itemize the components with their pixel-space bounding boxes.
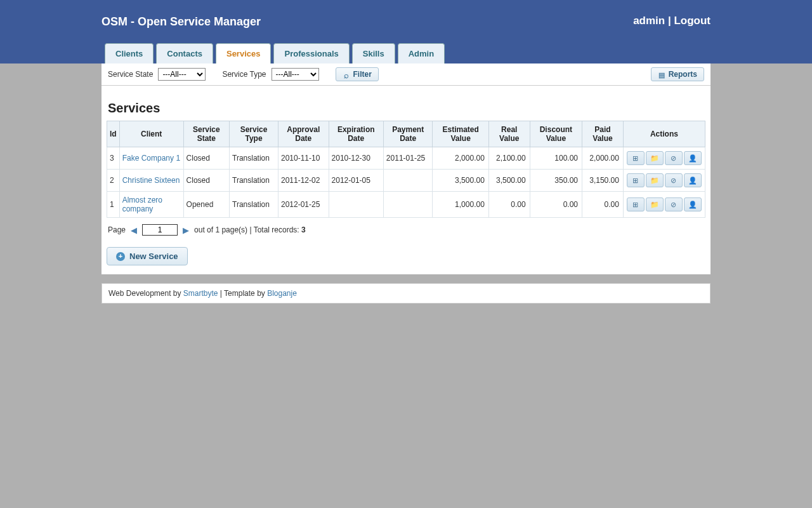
table-body: 3Fake Company 1ClosedTranslation2010-11-… (107, 147, 705, 218)
cell-type: Translation (230, 170, 278, 192)
footer-link-smartbyte[interactable]: Smartbyte (183, 289, 218, 298)
cell-expiration: 2012-01-05 (329, 170, 383, 192)
col-header[interactable]: Estimated Value (433, 121, 488, 147)
page-title: Services (108, 101, 705, 116)
pager-prev-icon[interactable]: ◀ (131, 225, 137, 235)
folder-icon[interactable]: 📁 (646, 197, 664, 211)
service-type-label: Service Type (222, 70, 266, 79)
cell-actions: ⊞📁⊘👤 (623, 147, 705, 170)
cell-type: Translation (230, 192, 278, 218)
cell-state: Opened (183, 192, 229, 218)
service-state-select[interactable]: ---All--- (158, 68, 206, 81)
cell-real: 0.00 (488, 192, 530, 218)
logout-link[interactable]: Logout (674, 15, 710, 27)
cell-expiration (329, 192, 383, 218)
cell-payment: 2011-01-25 (383, 147, 433, 170)
col-header[interactable]: Client (119, 121, 183, 147)
folder-icon[interactable]: 📁 (646, 173, 664, 187)
cell-id: 3 (107, 147, 120, 170)
pager-next-icon[interactable]: ▶ (183, 225, 189, 235)
table-header-row: IdClientService StateService TypeApprova… (107, 121, 705, 147)
cell-real: 2,100.00 (488, 147, 530, 170)
cell-approval: 2012-01-25 (278, 192, 329, 218)
reports-button[interactable]: Reports (651, 67, 704, 81)
cell-approval: 2011-12-02 (278, 170, 329, 192)
cell-id: 1 (107, 192, 120, 218)
filter-bar: Service State ---All--- Service Type ---… (102, 64, 710, 86)
col-header[interactable]: Paid Value (582, 121, 624, 147)
cell-estimated: 1,000.00 (433, 192, 488, 218)
col-header[interactable]: Approval Date (278, 121, 329, 147)
cell-discount: 100.00 (530, 147, 582, 170)
grid-icon[interactable]: ⊞ (627, 197, 645, 211)
cancel-icon[interactable]: ⊘ (665, 151, 683, 165)
filter-button[interactable]: Filter (336, 67, 379, 81)
cell-actions: ⊞📁⊘👤 (623, 192, 705, 218)
app-title: OSM - Open Service Manager (102, 15, 261, 29)
col-header[interactable]: Payment Date (383, 121, 433, 147)
grid-icon[interactable]: ⊞ (627, 173, 645, 187)
cell-actions: ⊞📁⊘👤 (623, 170, 705, 192)
col-header[interactable]: Service Type (230, 121, 278, 147)
cell-estimated: 3,500.00 (433, 170, 488, 192)
cell-real: 3,500.00 (488, 170, 530, 192)
folder-icon[interactable]: 📁 (646, 151, 664, 165)
person-icon[interactable]: 👤 (684, 197, 702, 211)
table-row: 1Almost zero companyOpenedTranslation201… (107, 192, 705, 218)
tab-clients[interactable]: Clients (105, 43, 154, 64)
pager: Page ◀ ▶ out of 1 page(s) | Total record… (108, 224, 704, 236)
cell-payment (383, 192, 433, 218)
cell-state: Closed (183, 147, 229, 170)
cancel-icon[interactable]: ⊘ (665, 173, 683, 187)
cell-id: 2 (107, 170, 120, 192)
main-area: Services IdClientService StateService Ty… (102, 86, 710, 274)
person-icon[interactable]: 👤 (684, 151, 702, 165)
pager-page-input[interactable] (142, 224, 178, 236)
header: OSM - Open Service Manager admin | Logou… (0, 0, 812, 64)
footer-link-bloganje[interactable]: Bloganje (267, 289, 297, 298)
cell-paid: 0.00 (582, 192, 624, 218)
pager-label: Page (108, 225, 126, 234)
cell-client[interactable]: Christine Sixteen (119, 170, 183, 192)
cell-expiration: 2010-12-30 (329, 147, 383, 170)
cell-discount: 0.00 (530, 192, 582, 218)
pager-info: out of 1 page(s) | Total records: 3 (194, 225, 306, 234)
cell-approval: 2010-11-10 (278, 147, 329, 170)
grid-icon[interactable]: ⊞ (627, 151, 645, 165)
tab-services[interactable]: Services (216, 43, 272, 64)
col-header[interactable]: Service State (183, 121, 229, 147)
col-header[interactable]: Expiration Date (329, 121, 383, 147)
user-area: admin | Logout (633, 15, 710, 27)
nav-tabs: ClientsContactsServicesProfessionalsSkil… (105, 43, 445, 64)
tab-contacts[interactable]: Contacts (156, 43, 213, 64)
col-header[interactable]: Actions (623, 121, 705, 147)
plus-icon: + (116, 252, 125, 261)
col-header[interactable]: Id (107, 121, 120, 147)
cell-state: Closed (183, 170, 229, 192)
tab-skills[interactable]: Skills (352, 43, 395, 64)
user-link[interactable]: admin (633, 15, 665, 27)
tab-admin[interactable]: Admin (398, 43, 445, 64)
services-table: IdClientService StateService TypeApprova… (107, 121, 705, 218)
search-icon (343, 70, 350, 78)
tab-professionals[interactable]: Professionals (273, 43, 349, 64)
cancel-icon[interactable]: ⊘ (665, 197, 683, 211)
cell-client[interactable]: Fake Company 1 (119, 147, 183, 170)
person-icon[interactable]: 👤 (684, 173, 702, 187)
table-row: 3Fake Company 1ClosedTranslation2010-11-… (107, 147, 705, 170)
footer: Web Development by Smartbyte | Template … (102, 283, 710, 304)
new-service-button[interactable]: + New Service (107, 247, 188, 265)
cell-estimated: 2,000.00 (433, 147, 488, 170)
cell-paid: 2,000.00 (582, 147, 624, 170)
cell-paid: 3,150.00 (582, 170, 624, 192)
col-header[interactable]: Discount Value (530, 121, 582, 147)
cell-discount: 350.00 (530, 170, 582, 192)
service-type-select[interactable]: ---All--- (272, 68, 319, 81)
cell-client[interactable]: Almost zero company (119, 192, 183, 218)
table-row: 2Christine SixteenClosedTranslation2011-… (107, 170, 705, 192)
cell-payment (383, 170, 433, 192)
cell-type: Translation (230, 147, 278, 170)
report-icon (658, 70, 665, 78)
content: Service State ---All--- Service Type ---… (102, 64, 710, 274)
col-header[interactable]: Real Value (488, 121, 530, 147)
